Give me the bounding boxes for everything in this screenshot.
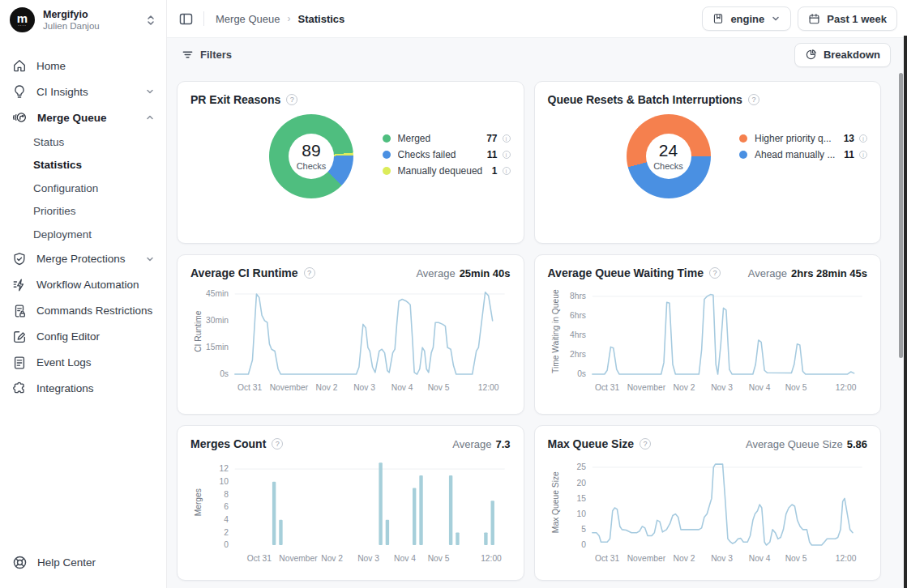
repository-select[interactable]: engine bbox=[702, 6, 791, 31]
breadcrumb-parent[interactable]: Merge Queue bbox=[216, 13, 280, 25]
sidebar-item-integrations[interactable]: Integrations bbox=[0, 376, 166, 402]
donut-center-value: 89 bbox=[302, 142, 320, 159]
y-tick-label: 4 bbox=[224, 515, 229, 524]
main-area: Merge Queue › Statistics engine Past 1 w… bbox=[167, 0, 907, 588]
info-icon[interactable]: i bbox=[859, 151, 867, 159]
sidebar-item-priorities[interactable]: Priorities bbox=[0, 200, 166, 224]
legend-value: 77 bbox=[486, 133, 497, 144]
x-tick-label: Nov 4 bbox=[748, 554, 770, 563]
legend-label: Higher priority q... bbox=[755, 133, 844, 144]
legend-value: 1 bbox=[492, 165, 498, 177]
sidebar-item-statistics[interactable]: Statistics bbox=[0, 154, 166, 177]
event-logs-icon bbox=[12, 356, 27, 370]
legend-value: 11 bbox=[844, 149, 854, 160]
lightbulb-icon bbox=[12, 84, 27, 99]
y-tick-label: 0 bbox=[224, 540, 229, 549]
info-icon[interactable]: i bbox=[503, 134, 511, 143]
workflow-lightning-icon bbox=[12, 278, 27, 292]
help-icon[interactable]: ? bbox=[272, 438, 283, 450]
help-icon[interactable]: ? bbox=[748, 94, 759, 105]
chart-legend: Merged77iChecks failed11iManually dequeu… bbox=[383, 130, 511, 238]
card-merges-count: Merges Count ? Average7.3 024681012Oct 3… bbox=[177, 425, 524, 581]
help-icon[interactable]: ? bbox=[286, 94, 297, 105]
y-tick-label: 30min bbox=[206, 316, 229, 325]
legend-value: 11 bbox=[487, 149, 498, 160]
sidebar-item-merge-queue[interactable]: Merge Queue bbox=[0, 104, 166, 130]
legend-label: Manually dequeued bbox=[398, 165, 492, 177]
chart-canvas: 0s2hrs4hrs6hrs8hrsOct 31NovemberNov 2Nov… bbox=[548, 281, 868, 396]
average-value: 25min 40s bbox=[460, 267, 511, 279]
card-title: PR Exit Reasons bbox=[190, 93, 280, 106]
y-axis-title: CI Runtime bbox=[194, 310, 203, 352]
card-queue-resets: Queue Resets & Batch Interruptions ? 24 … bbox=[534, 81, 882, 244]
top-header: Merge Queue › Statistics engine Past 1 w… bbox=[167, 0, 907, 38]
x-tick-label: Nov 3 bbox=[357, 554, 379, 563]
sidebar-item-status[interactable]: Status bbox=[0, 130, 166, 154]
time-range-button[interactable]: Past 1 week bbox=[798, 6, 897, 31]
y-tick-label: 2hrs bbox=[570, 350, 586, 359]
x-tick-label: Nov 2 bbox=[321, 554, 343, 563]
sidebar-item-home[interactable]: Home bbox=[0, 53, 166, 79]
breakdown-button[interactable]: Breakdown bbox=[794, 43, 891, 67]
sidebar-item-configuration[interactable]: Configuration bbox=[0, 177, 166, 200]
toolbar: Filters Breakdown bbox=[167, 38, 907, 71]
x-tick-label: Nov 5 bbox=[428, 554, 450, 563]
legend-item[interactable]: Manually dequeued1i bbox=[383, 163, 511, 179]
x-tick-label: Oct 31 bbox=[594, 383, 619, 392]
average-value: 7.3 bbox=[495, 438, 510, 450]
legend-item[interactable]: Merged77i bbox=[383, 130, 511, 147]
help-icon[interactable]: ? bbox=[709, 267, 721, 279]
sidebar-item-label: Merge Protections bbox=[36, 253, 135, 265]
bar bbox=[419, 475, 422, 545]
workspace-switcher[interactable]: m.... Mergifyio Julien Danjou bbox=[0, 0, 166, 40]
lifebuoy-icon bbox=[12, 555, 28, 570]
bar bbox=[491, 501, 494, 545]
sidebar-item-event-logs[interactable]: Event Logs bbox=[0, 350, 166, 376]
x-tick-label: Nov 2 bbox=[673, 383, 695, 392]
help-center-button[interactable]: Help Center bbox=[0, 548, 166, 577]
breadcrumb-current: Statistics bbox=[298, 13, 345, 25]
sidebar-item-label: Merge Queue bbox=[37, 112, 135, 124]
info-icon[interactable]: i bbox=[503, 151, 511, 159]
average-value: 5.86 bbox=[847, 438, 867, 450]
legend-item[interactable]: Higher priority q...13i bbox=[739, 130, 867, 147]
updown-chevron-icon bbox=[145, 15, 156, 26]
y-tick-label: 15min bbox=[206, 343, 229, 352]
filters-label: Filters bbox=[200, 49, 232, 61]
sidebar-item-label: Event Logs bbox=[36, 356, 155, 369]
bar bbox=[456, 532, 459, 545]
donut-chart: 89 Checks bbox=[269, 114, 353, 198]
donut-center-label: Checks bbox=[297, 161, 327, 171]
sidebar-item-workflow-automation[interactable]: Workflow Automation bbox=[0, 272, 166, 298]
sidebar-toggle-button[interactable] bbox=[178, 11, 194, 27]
sidebar-item-label: Home bbox=[36, 60, 155, 72]
y-tick-label: 6 bbox=[224, 502, 229, 511]
sidebar-item-deployment[interactable]: Deployment bbox=[0, 223, 166, 246]
legend-value: 13 bbox=[844, 133, 854, 144]
bar bbox=[279, 520, 282, 545]
info-icon[interactable]: i bbox=[503, 167, 511, 175]
sidebar-item-ci-insights[interactable]: CI Insights bbox=[0, 79, 166, 104]
sidebar-item-commands-restrictions[interactable]: Commands Restrictions bbox=[0, 298, 166, 324]
info-icon[interactable]: i bbox=[859, 134, 867, 143]
x-tick-label: Nov 5 bbox=[785, 554, 806, 563]
filters-button[interactable]: Filters bbox=[173, 43, 240, 67]
vertical-scrollbar-thumb[interactable] bbox=[899, 73, 903, 358]
help-icon[interactable]: ? bbox=[640, 438, 651, 450]
sidebar-item-merge-protections[interactable]: Merge Protections bbox=[0, 246, 166, 272]
help-icon[interactable]: ? bbox=[304, 267, 315, 279]
sidebar-item-config-editor[interactable]: Config Editor bbox=[0, 324, 166, 350]
x-tick-label: Nov 4 bbox=[394, 554, 416, 563]
legend-item[interactable]: Ahead manually ...11i bbox=[739, 147, 867, 163]
chart-canvas: 024681012Oct 31NovemberNov 2Nov 3Nov 4No… bbox=[190, 452, 511, 567]
card-pr-exit-reasons: PR Exit Reasons ? 89 Checks Merged77iChe… bbox=[177, 81, 524, 244]
y-tick-label: 0 bbox=[581, 540, 586, 549]
shield-check-icon bbox=[12, 252, 27, 266]
y-tick-label: 0s bbox=[220, 369, 229, 378]
legend-item[interactable]: Checks failed11i bbox=[383, 147, 511, 163]
x-tick-label: Oct 31 bbox=[237, 383, 263, 392]
legend-dot bbox=[383, 134, 391, 143]
card-title: Average Queue Waiting Time bbox=[548, 266, 704, 279]
y-axis-title: Time Waiting in Queue bbox=[550, 289, 559, 373]
x-tick-label: 12:00 bbox=[481, 554, 502, 563]
